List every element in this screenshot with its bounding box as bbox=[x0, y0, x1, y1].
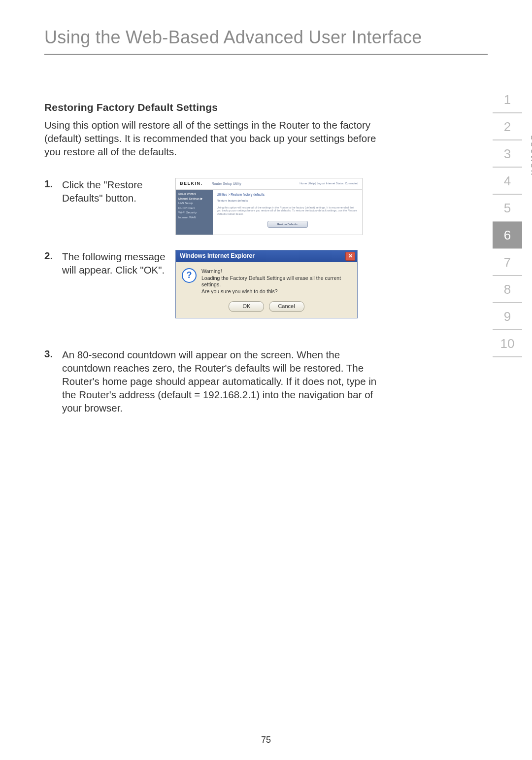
cancel-button[interactable]: Cancel bbox=[269, 301, 304, 312]
router-breadcrumb: Utilities > Restore factory defaults bbox=[217, 193, 358, 197]
section-nav-5[interactable]: 5 bbox=[493, 195, 522, 222]
restore-defaults-button[interactable]: Restore Defaults bbox=[267, 221, 308, 228]
dialog-warning: Warning! bbox=[201, 268, 222, 274]
step-text: Click the "Restore Defaults" button. bbox=[62, 178, 166, 235]
section-label: section bbox=[528, 135, 532, 176]
step-text: An 80-second countdown will appear on th… bbox=[62, 348, 379, 415]
steps-list: 1. Click the "Restore Defaults" button. … bbox=[44, 178, 379, 415]
step-number: 3. bbox=[44, 348, 62, 415]
dialog-line2: Are you sure you wish to do this? bbox=[201, 288, 278, 294]
step-text: The following message will appear. Click… bbox=[62, 250, 166, 318]
section-nav-4[interactable]: 4 bbox=[493, 168, 522, 195]
router-sidebar: Setup Wizard Manual Settings ▶ LAN Setup… bbox=[176, 190, 213, 235]
step-1: 1. Click the "Restore Defaults" button. … bbox=[44, 178, 379, 235]
content-area: Restoring Factory Default Settings Using… bbox=[44, 102, 488, 415]
sidebar-item: LAN Setup bbox=[178, 201, 210, 206]
section-nav-9[interactable]: 9 bbox=[493, 303, 522, 330]
section-nav-6[interactable]: 6 bbox=[493, 222, 522, 249]
sidebar-item: Manual Settings ▶ bbox=[178, 197, 210, 202]
section-nav-3[interactable]: 3 bbox=[493, 140, 522, 168]
sidebar-item: DHCP Client bbox=[178, 206, 210, 211]
dialog-titlebar: Windows Internet Explorer ✕ bbox=[176, 250, 357, 262]
belkin-logo: BELKIN. bbox=[180, 181, 212, 187]
dialog-message: Warning! Loading the Factory Default Set… bbox=[201, 268, 351, 295]
sidebar-item: Internet WAN bbox=[178, 215, 210, 220]
router-status-line: Home | Help | Logout Internet Status: Co… bbox=[299, 182, 358, 185]
step-number: 1. bbox=[44, 178, 62, 235]
ok-button[interactable]: OK bbox=[229, 301, 264, 312]
section-nav-1[interactable]: 1 bbox=[493, 86, 522, 113]
router-panel-heading: Restore factory defaults bbox=[217, 199, 358, 203]
step-number: 2. bbox=[44, 250, 62, 318]
section-nav-10[interactable]: 10 bbox=[493, 330, 522, 357]
page-number: 75 bbox=[0, 735, 532, 745]
router-main-panel: Utilities > Restore factory defaults Res… bbox=[213, 190, 362, 235]
section-nav-8[interactable]: 8 bbox=[493, 276, 522, 303]
router-panel-description: Using this option will restore all of th… bbox=[217, 206, 358, 216]
intro-paragraph: Using this option will restore all of th… bbox=[44, 118, 379, 158]
section-nav-2[interactable]: 2 bbox=[493, 113, 522, 140]
subheading: Restoring Factory Default Settings bbox=[44, 102, 488, 113]
section-nav: 1 2 3 4 5 6 7 8 9 10 bbox=[493, 86, 522, 357]
dialog-screenshot: Windows Internet Explorer ✕ ? Warning! L… bbox=[175, 250, 379, 318]
router-screenshot: BELKIN. Router Setup Utility Home | Help… bbox=[175, 178, 379, 235]
step-2: 2. The following message will appear. Cl… bbox=[44, 250, 379, 318]
router-utility-title: Router Setup Utility bbox=[212, 181, 241, 186]
sidebar-item: Setup Wizard bbox=[178, 192, 210, 197]
sidebar-item: Wi-Fi Security bbox=[178, 210, 210, 215]
manual-page: Using the Web-Based Advanced User Interf… bbox=[0, 0, 532, 760]
step-3: 3. An 80-second countdown will appear on… bbox=[44, 348, 379, 415]
close-icon[interactable]: ✕ bbox=[345, 252, 355, 261]
page-title: Using the Web-Based Advanced User Interf… bbox=[44, 27, 488, 55]
dialog-title: Windows Internet Explorer bbox=[180, 252, 255, 260]
dialog-line1: Loading the Factory Default Settings wil… bbox=[201, 275, 341, 288]
question-icon: ? bbox=[182, 268, 197, 283]
section-nav-7[interactable]: 7 bbox=[493, 249, 522, 276]
